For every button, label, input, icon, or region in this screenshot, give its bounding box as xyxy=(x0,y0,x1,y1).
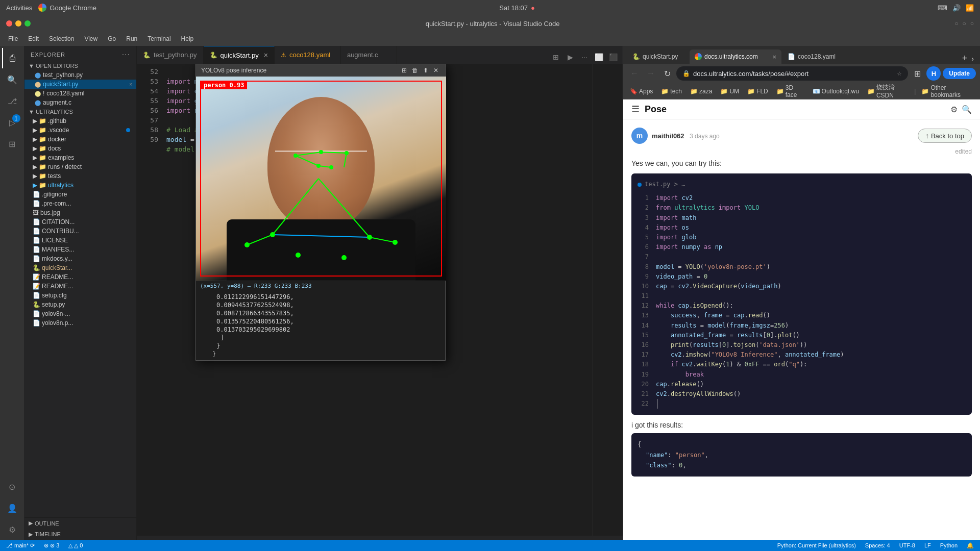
bookmark-zaza[interactable]: 📁zaza xyxy=(688,87,715,96)
address-bar[interactable]: 🔒 docs.ultralytics.com/tasks/pose/#expor… xyxy=(676,66,908,81)
extensions-btn[interactable]: ⊞ xyxy=(910,66,924,81)
git-branch-status[interactable]: ⎇ main* ⟳ xyxy=(4,542,37,549)
profile-btn[interactable]: H xyxy=(926,66,941,81)
tree-quickstart[interactable]: 🐍quickStar... xyxy=(24,263,136,272)
bookmark-apps[interactable]: 🔖Apps xyxy=(627,87,655,96)
activity-explorer[interactable]: ⎙ xyxy=(2,48,22,68)
errors-status[interactable]: ⊗ ⊗ 3 xyxy=(42,542,61,549)
python-interpreter[interactable]: Python: Current File (ultralytics) xyxy=(775,542,858,548)
tab-right-arrow[interactable]: › xyxy=(971,55,974,63)
forward-btn[interactable]: → xyxy=(644,66,658,81)
explorer-more-btn[interactable]: ··· xyxy=(122,50,130,59)
menu-go[interactable]: Go xyxy=(104,34,120,43)
tree-examples[interactable]: ▶📁examples xyxy=(24,153,136,162)
timeline-panel[interactable]: ▶TIMELINE xyxy=(24,529,136,540)
browser-tab-close[interactable]: × xyxy=(772,53,776,61)
toggle-panel-btn[interactable]: ⬜ xyxy=(592,51,605,64)
tree-contrib[interactable]: 📄CONTRIBU... xyxy=(24,227,136,236)
reload-btn[interactable]: ↻ xyxy=(660,66,674,81)
tree-github[interactable]: ▶📁.github xyxy=(24,116,136,126)
popup-delete-btn[interactable]: 🗑 xyxy=(410,67,420,74)
open-file-quickstart[interactable]: ⬤ quickStart.py × xyxy=(24,80,136,89)
browser-tab-coco128[interactable]: 📄 coco128.yaml xyxy=(782,49,841,64)
menu-help[interactable]: Help xyxy=(177,34,198,43)
bookmark-tech[interactable]: 📁tech xyxy=(658,87,684,96)
bookmark-other[interactable]: 📁Other bookmarks xyxy=(919,83,976,99)
tree-docker[interactable]: ▶📁docker xyxy=(24,135,136,144)
notifications-btn[interactable]: 🔔 xyxy=(965,542,976,549)
menu-run[interactable]: Run xyxy=(122,34,141,43)
outline-panel[interactable]: ▶OUTLINE xyxy=(24,517,136,529)
tree-vscode[interactable]: ▶📁.vscode xyxy=(24,126,136,135)
back-btn[interactable]: ← xyxy=(627,66,642,81)
chrome-app-label[interactable]: Google Chrome xyxy=(38,4,96,12)
line-ending-status[interactable]: LF xyxy=(922,542,933,548)
menu-selection[interactable]: Selection xyxy=(45,34,78,43)
bookmark-3dface[interactable]: 📁3D face xyxy=(774,83,807,99)
update-btn[interactable]: Update xyxy=(943,68,976,79)
more-actions-btn[interactable]: ··· xyxy=(578,51,591,64)
tree-manifest[interactable]: 📄MANIFES... xyxy=(24,245,136,254)
menu-file[interactable]: File xyxy=(4,34,22,43)
tree-license[interactable]: 📄LICENSE xyxy=(24,236,136,245)
back-to-top-btn[interactable]: ↑ Back to top xyxy=(918,129,972,143)
tree-setuppy[interactable]: 🐍setup.py xyxy=(24,300,136,309)
bookmark-fld[interactable]: 📁FLD xyxy=(745,87,771,96)
activity-account[interactable]: 👤 xyxy=(2,498,22,518)
new-tab-btn[interactable]: + xyxy=(959,53,971,64)
browser-tab-quickstart[interactable]: 🐍 quickStart.py xyxy=(627,49,689,64)
open-file-coco128[interactable]: ⬤ ! coco128.yaml xyxy=(24,89,136,98)
root-section[interactable]: ▼ULTRALYTICS xyxy=(24,107,136,116)
activity-remote[interactable]: ⊙ xyxy=(2,477,22,497)
tree-runs[interactable]: ▶📁runs / detect xyxy=(24,162,136,171)
browser-tab-docs-active[interactable]: docs.ultralytics.com × xyxy=(690,49,781,64)
bookmark-um[interactable]: 📁UM xyxy=(718,87,742,96)
language-status[interactable]: Python xyxy=(938,542,960,548)
menu-terminal[interactable]: Terminal xyxy=(143,34,175,43)
tree-precom[interactable]: 📄.pre-com... xyxy=(24,199,136,208)
popup-close-btn[interactable]: ✕ xyxy=(432,67,440,74)
warnings-status[interactable]: △ △ 0 xyxy=(66,542,85,549)
activity-search[interactable]: 🔍 xyxy=(2,69,22,90)
tree-setupcfg[interactable]: 📄setup.cfg xyxy=(24,291,136,300)
browser-content[interactable]: ☰ Pose ⚙ 🔍 m xyxy=(623,99,980,540)
tree-yolov8n1[interactable]: 📄yolov8n-... xyxy=(24,309,136,318)
activities-button[interactable]: Activities xyxy=(6,4,32,12)
tab-testpy[interactable]: 🐍 test_python.py xyxy=(137,46,204,64)
toggle-sidebar-btn[interactable]: ⬛ xyxy=(606,51,620,64)
tab-quickstart-active[interactable]: 🐍 quickStart.py × xyxy=(204,46,275,64)
activity-debug[interactable]: ▷ 1 xyxy=(2,112,22,133)
search-docs-icon[interactable]: 🔍 xyxy=(962,105,972,114)
tree-citation[interactable]: 📄CITATION... xyxy=(24,217,136,227)
maximize-button[interactable] xyxy=(24,20,31,27)
menu-view[interactable]: View xyxy=(80,34,102,43)
encoding-status[interactable]: UTF-8 xyxy=(897,542,917,548)
hamburger-btn[interactable]: ☰ xyxy=(631,104,640,115)
activity-extensions[interactable]: ⊞ xyxy=(2,134,22,154)
tree-docs[interactable]: ▶📁docs xyxy=(24,144,136,153)
bookmark-csdn[interactable]: 📁烧技湾CSDN xyxy=(865,83,911,99)
popup-restore-btn[interactable]: ⬆ xyxy=(422,67,430,74)
horizontal-scrollbar[interactable] xyxy=(137,536,623,540)
bookmark-outlook[interactable]: 📧Outlook:qt.wu xyxy=(810,87,862,96)
close-button[interactable] xyxy=(6,20,12,27)
tab-augment[interactable]: augment.c xyxy=(341,46,397,64)
popup-layout-btn[interactable]: ⊞ xyxy=(400,67,408,74)
url-bookmark-icon[interactable]: ☆ xyxy=(897,70,902,77)
spaces-status[interactable]: Spaces: 4 xyxy=(863,542,892,548)
open-editors-section[interactable]: ▼OPEN EDITORS xyxy=(24,61,136,70)
tab-coco128[interactable]: ⚠ coco128.yaml xyxy=(275,46,341,64)
menu-edit[interactable]: Edit xyxy=(24,34,43,43)
tree-busjpg[interactable]: 🖼bus.jpg xyxy=(24,208,136,217)
tree-yolov8n2[interactable]: 📄yolov8n.p... xyxy=(24,318,136,328)
tree-tests[interactable]: ▶📁tests xyxy=(24,171,136,181)
tree-ultralytics[interactable]: ▶📁ultralytics xyxy=(24,181,136,190)
minimize-button[interactable] xyxy=(15,20,21,27)
tab-close-quickstart[interactable]: × xyxy=(264,51,268,59)
activity-settings[interactable]: ⚙ xyxy=(2,519,22,540)
open-file-testpy[interactable]: ⬤ test_python.py xyxy=(24,70,136,80)
tree-readme1[interactable]: 📝README... xyxy=(24,272,136,282)
tree-readme2[interactable]: 📝README... xyxy=(24,282,136,291)
tree-mkdocs[interactable]: 📄mkdocs.y... xyxy=(24,254,136,263)
run-code-btn[interactable]: ▶ xyxy=(564,51,577,64)
